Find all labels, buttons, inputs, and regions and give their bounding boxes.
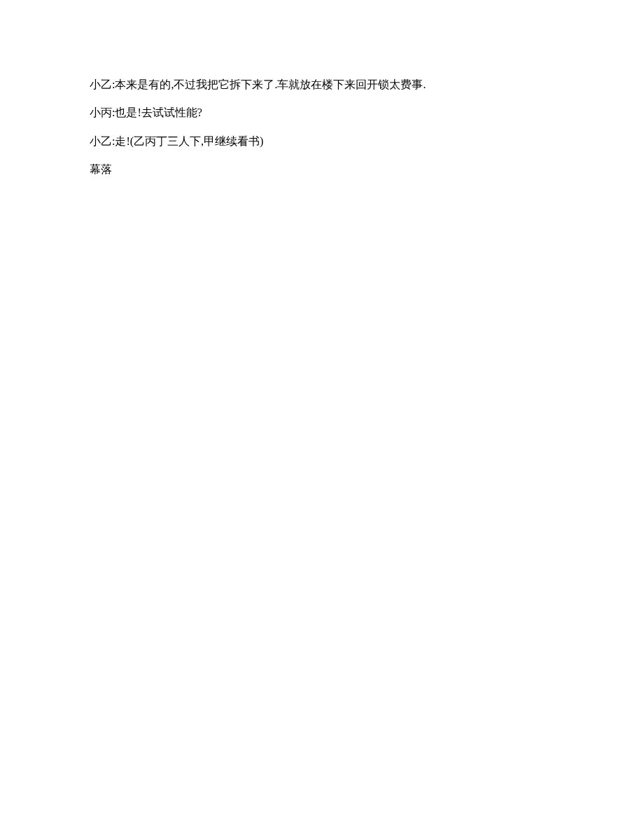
dialogue-line: 幕落 xyxy=(90,162,560,177)
dialogue-line: 小乙:本来是有的,不过我把它拆下来了.车就放在楼下来回开锁太费事. xyxy=(90,77,560,92)
dialogue-line: 小丙:也是!去试试性能? xyxy=(90,105,560,120)
document-content: 小乙:本来是有的,不过我把它拆下来了.车就放在楼下来回开锁太费事. 小丙:也是!… xyxy=(0,0,644,178)
dialogue-line: 小乙:走!(乙丙丁三人下,甲继续看书) xyxy=(90,134,560,149)
